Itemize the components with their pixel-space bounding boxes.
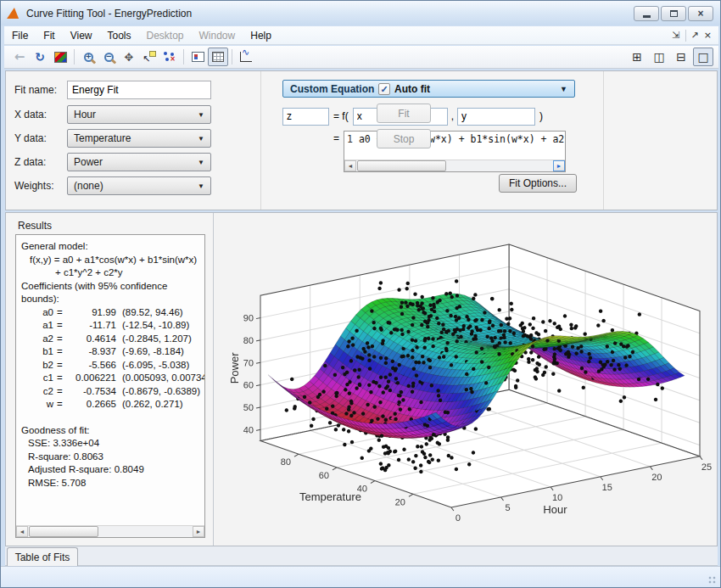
coefficient-row: b1=-8.937(-9.69, -8.184): [21, 345, 201, 359]
fit-name-input[interactable]: [67, 81, 211, 99]
back-button[interactable]: ←: [9, 48, 30, 66]
surface-plot-canvas[interactable]: [216, 214, 713, 545]
coefficient-row: c1=0.006221(0.005093, 0.007349): [21, 372, 201, 385]
maximize-icon: [670, 10, 678, 17]
resize-grip[interactable]: [707, 575, 718, 585]
zoom-in-button[interactable]: +: [78, 48, 98, 66]
zoom-out-icon: −: [104, 53, 114, 62]
toolbar-separator: [232, 49, 232, 64]
checkbox-check-icon: ✓: [378, 83, 390, 95]
scroll-right-icon[interactable]: ►: [193, 526, 204, 537]
menu-help[interactable]: Help: [243, 27, 279, 44]
fit-button[interactable]: Fit: [377, 104, 431, 123]
chevron-down-icon: ▼: [198, 159, 204, 166]
menu-fit[interactable]: Fit: [36, 27, 62, 44]
results-title: Results: [18, 220, 52, 232]
x-data-dropdown[interactable]: Hour▼: [67, 105, 211, 124]
results-box[interactable]: General model: f(x,y) = a0 + a1*cos(w*x)…: [15, 234, 205, 538]
menu-tools[interactable]: Tools: [99, 27, 138, 44]
results-content: General model: f(x,y) = a0 + a1*cos(w*x)…: [16, 235, 204, 493]
pan-hand-icon: ✥: [125, 51, 134, 64]
model-line: + c1*y^2 + c2*y: [21, 266, 201, 280]
data-cursor-icon: ↖: [143, 51, 156, 63]
layout-hsplit-icon: ⊟: [676, 50, 686, 64]
exclude-outliers-button[interactable]: ×: [159, 48, 180, 66]
layout-2x2-button[interactable]: ⊞: [627, 48, 647, 66]
dock-icon[interactable]: ⇲: [672, 30, 679, 41]
auto-fit-checkbox[interactable]: ✓ Auto fit: [378, 83, 430, 95]
coefficients-label: Coefficients (with 95% confidence bounds…: [21, 280, 201, 306]
rotate-3d-button[interactable]: ↻: [30, 48, 50, 66]
legend-icon: [192, 52, 204, 62]
stop-button[interactable]: Stop: [377, 129, 431, 148]
minimize-button[interactable]: [634, 6, 659, 21]
scrollbar-thumb[interactable]: [29, 526, 98, 537]
adjust-axes-button[interactable]: ∿: [236, 48, 256, 66]
menu-file[interactable]: File: [4, 27, 36, 44]
fit-settings-panel: Fit name: X data: Hour▼ Y data: Temperat…: [5, 70, 718, 210]
menu-desktop: Desktop: [139, 27, 192, 44]
layout-vsplit-icon: ◫: [653, 50, 664, 64]
chevron-down-icon: ▼: [198, 135, 204, 143]
model-line: f(x,y) = a0 + a1*cos(w*x) + b1*sin(w*x): [21, 254, 201, 267]
layout-vsplit-button[interactable]: ◫: [649, 48, 669, 66]
close-panel-icon[interactable]: ×: [704, 30, 712, 41]
legend-toggle-button[interactable]: [187, 48, 208, 66]
chevron-down-icon: ▼: [198, 111, 204, 119]
toolbar-separator: [74, 49, 75, 64]
layout-single-icon: □: [697, 50, 708, 64]
tabstrip: Table of Fits: [5, 546, 718, 566]
fit-control-section: ✓ Auto fit Fit Stop: [350, 71, 717, 210]
window-title: Curve Fitting Tool - EnergyPrediction: [26, 8, 192, 20]
data-selection-section: Fit name: X data: Hour▼ Y data: Temperat…: [6, 71, 261, 210]
coefficient-row: c2=-0.7534(-0.8679, -0.6389): [21, 385, 201, 399]
y-data-dropdown[interactable]: Temperature▼: [67, 129, 211, 148]
layout-single-button[interactable]: □: [693, 48, 713, 66]
scroll-left-icon[interactable]: ◄: [16, 526, 28, 537]
zoom-in-icon: +: [84, 53, 93, 62]
weights-dropdown[interactable]: (none)▼: [67, 176, 211, 195]
coefficient-row: a2=0.4614(-0.2845, 1.207): [21, 333, 201, 346]
goodness-item: RMSE: 5.708: [21, 477, 201, 490]
fit-name-label: Fit name:: [14, 84, 67, 96]
results-and-plot-panel: Results General model: f(x,y) = a0 + a1*…: [5, 212, 718, 546]
menu-separator: [685, 30, 686, 42]
app-window: Curve Fitting Tool - EnergyPrediction × …: [0, 0, 721, 588]
zoom-out-button[interactable]: −: [98, 48, 119, 66]
layout-2x2-icon: ⊞: [632, 50, 642, 64]
z-data-dropdown[interactable]: Power▼: [67, 153, 211, 171]
auto-fit-label: Auto fit: [394, 83, 430, 95]
rotate-3d-icon: ↻: [35, 50, 45, 64]
menu-view[interactable]: View: [63, 27, 100, 44]
goodness-item: R-square: 0.8063: [21, 451, 201, 464]
grid-toggle-button[interactable]: [208, 48, 228, 66]
tab-table-of-fits[interactable]: Table of Fits: [7, 547, 78, 566]
goodness-label: Goodness of fit:: [21, 424, 201, 438]
adjust-axes-icon: ∿: [240, 52, 252, 62]
results-region: Results General model: f(x,y) = a0 + a1*…: [6, 213, 214, 546]
minimize-icon: [643, 15, 651, 18]
coefficient-row: a1=-11.71(-12.54, -10.89): [21, 319, 201, 333]
titlebar[interactable]: Curve Fitting Tool - EnergyPrediction ×: [1, 1, 720, 25]
weights-label: Weights:: [14, 180, 67, 192]
close-button[interactable]: ×: [688, 6, 713, 21]
back-arrow-icon: ←: [14, 49, 25, 64]
z-data-label: Z data:: [14, 156, 67, 168]
coefficient-row: w=0.2665(0.262, 0.271): [21, 398, 201, 412]
colormap-button[interactable]: [50, 48, 70, 66]
layout-hsplit-button[interactable]: ⊟: [671, 48, 691, 66]
results-hscrollbar[interactable]: ◄ ►: [16, 525, 204, 537]
goodness-item: SSE: 3.336e+04: [21, 437, 201, 451]
maximize-button[interactable]: [661, 6, 686, 21]
undock-icon[interactable]: ↗: [691, 30, 699, 41]
plot-region: [215, 213, 717, 546]
y-data-label: Y data:: [14, 132, 67, 144]
data-cursor-button[interactable]: ↖: [139, 48, 159, 66]
menu-window: Window: [192, 27, 243, 44]
menubar: File Fit View Tools Desktop Window Help …: [4, 26, 718, 45]
coefficient-row: a0=91.99(89.52, 94.46): [21, 306, 201, 320]
pan-button[interactable]: ✥: [119, 48, 139, 66]
general-model-label: General model:: [21, 240, 201, 254]
dependent-variable-input[interactable]: [282, 108, 329, 126]
goodness-item: Adjusted R-square: 0.8049: [21, 463, 201, 477]
